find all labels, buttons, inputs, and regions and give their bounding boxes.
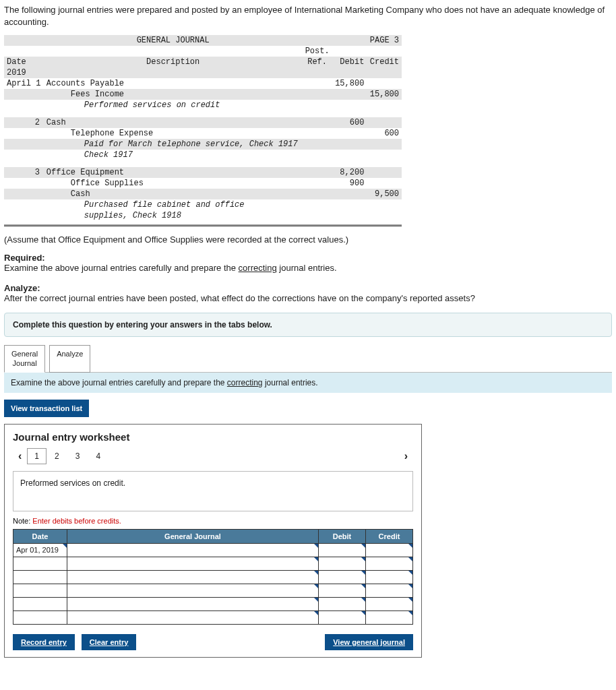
- assume-note: (Assume that Office Equipment and Office…: [4, 234, 612, 245]
- table-row: [13, 584, 413, 597]
- entry-table: Date General Journal Debit Credit Apr 01…: [13, 529, 413, 625]
- pager-2[interactable]: 2: [47, 449, 67, 464]
- tab-general-journal[interactable]: General Journal: [4, 345, 45, 372]
- th-date: Date: [13, 529, 67, 543]
- th-general-journal: General Journal: [67, 529, 319, 543]
- clear-entry-button[interactable]: Clear entry: [82, 634, 136, 650]
- general-journal-table: GENERAL JOURNALPAGE 3 Post. Date Descrip…: [4, 35, 402, 221]
- col-credit: Credit: [367, 57, 402, 67]
- tab-row: General Journal Analyze: [4, 345, 612, 372]
- required-section: Required: Examine the above journal entr…: [4, 253, 612, 273]
- credit-cell[interactable]: [366, 543, 413, 557]
- view-transaction-list-button[interactable]: View transaction list: [4, 400, 89, 417]
- table-row: [13, 570, 413, 584]
- record-entry-button[interactable]: Record entry: [13, 634, 75, 650]
- pager-3[interactable]: 3: [67, 449, 88, 464]
- col-debit: Debit: [332, 57, 367, 67]
- pager-prev-icon[interactable]: ‹: [13, 450, 27, 462]
- worksheet-pager: ‹ 1 2 3 4 ›: [13, 448, 413, 464]
- th-debit: Debit: [319, 529, 366, 543]
- intro-text: The following journal entries were prepa…: [4, 4, 612, 28]
- table-row: [13, 610, 413, 624]
- analyze-section: Analyze: After the correct journal entri…: [4, 283, 612, 303]
- debit-cell[interactable]: [319, 543, 366, 557]
- col-desc: Description: [44, 57, 303, 67]
- col-date: Date: [4, 57, 44, 67]
- pager-1[interactable]: 1: [27, 448, 47, 464]
- worksheet-title: Journal entry worksheet: [13, 431, 413, 443]
- note-text: Note: Enter debits before credits.: [13, 517, 413, 525]
- pager-next-icon[interactable]: ›: [399, 450, 413, 462]
- tabs-instruction: Complete this question by entering your …: [4, 313, 612, 337]
- date-cell[interactable]: Apr 01, 2019: [13, 543, 67, 557]
- tab-content-instruction: Examine the above journal entries carefu…: [4, 372, 612, 393]
- journal-title: GENERAL JOURNAL: [44, 35, 303, 46]
- journal-page: PAGE 3: [367, 35, 402, 46]
- th-credit: Credit: [366, 529, 413, 543]
- table-row: [13, 557, 413, 570]
- view-general-journal-button[interactable]: View general journal: [325, 634, 413, 650]
- col-ref: Ref.: [302, 57, 332, 67]
- pager-4[interactable]: 4: [88, 449, 109, 464]
- tab-analyze[interactable]: Analyze: [49, 345, 90, 372]
- worksheet-panel: Journal entry worksheet ‹ 1 2 3 4 › Pref…: [4, 424, 422, 658]
- account-cell[interactable]: [67, 543, 319, 557]
- table-row: Apr 01, 2019: [13, 543, 413, 557]
- transaction-description: Preformed services on credit.: [13, 471, 413, 511]
- table-row: [13, 597, 413, 610]
